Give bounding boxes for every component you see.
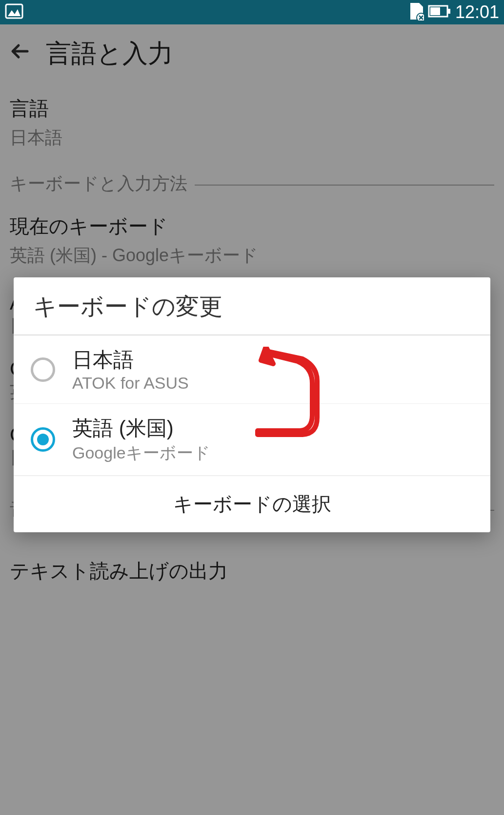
status-bar: 12:01 — [0, 0, 504, 24]
option-text: 英語 (米国) Googleキーボード — [72, 415, 210, 464]
battery-icon — [428, 4, 451, 21]
svg-rect-3 — [448, 9, 450, 14]
dialog-title: キーボードの変更 — [14, 277, 490, 335]
option-primary: 日本語 — [72, 346, 189, 374]
svg-rect-4 — [430, 7, 440, 15]
status-right: 12:01 — [408, 2, 499, 22]
keyboard-change-dialog: キーボードの変更 日本語 ATOK for ASUS 英語 (米国) Googl… — [14, 277, 490, 532]
status-left — [5, 3, 23, 21]
option-primary: 英語 (米国) — [72, 415, 210, 442]
keyboard-option-english[interactable]: 英語 (米国) Googleキーボード — [14, 404, 490, 476]
image-notification-icon — [5, 3, 23, 21]
status-time: 12:01 — [455, 2, 499, 22]
radio-checked-icon — [31, 427, 55, 452]
option-secondary: Googleキーボード — [72, 442, 210, 464]
keyboard-option-japanese[interactable]: 日本語 ATOK for ASUS — [14, 335, 490, 404]
option-secondary: ATOK for ASUS — [72, 374, 189, 393]
radio-unchecked-icon — [31, 357, 55, 382]
keyboard-selection-button[interactable]: キーボードの選択 — [14, 476, 490, 532]
option-text: 日本語 ATOK for ASUS — [72, 346, 189, 393]
sim-error-icon — [408, 2, 424, 22]
